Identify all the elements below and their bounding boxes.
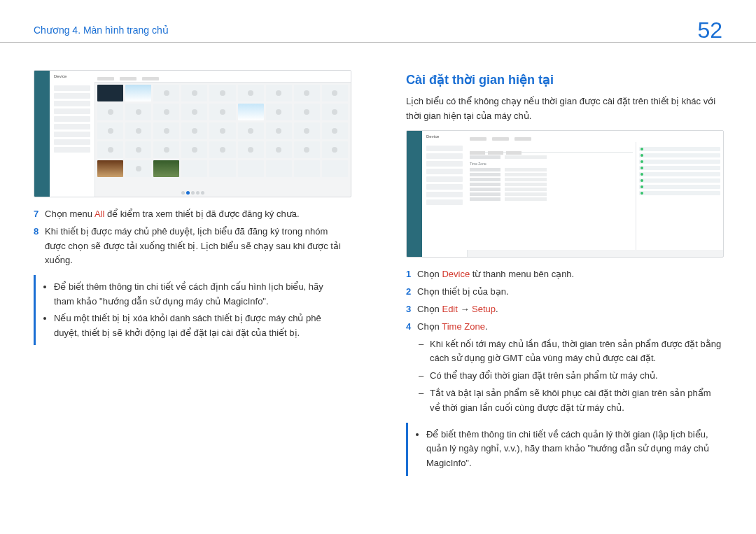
step-text: Khi thiết bị được máy chủ phê duyệt, lịc… bbox=[45, 225, 350, 268]
step-text: Chọn Device từ thanh menu bên cạnh. bbox=[417, 267, 574, 282]
app-toolbar bbox=[467, 131, 723, 143]
step-list-left: 7 Chọn menu All để kiểm tra xem thiết bị… bbox=[34, 207, 350, 268]
app-toolbar bbox=[94, 71, 351, 83]
step-number: 2 bbox=[406, 285, 417, 300]
page-header: Chương 4. Màn hình trang chủ 52 bbox=[34, 13, 722, 48]
header-rule bbox=[0, 42, 756, 43]
dash-item: Có thể thay đổi thời gian đặt trên sản p… bbox=[419, 369, 722, 384]
step-item: 1 Chọn Device từ thanh menu bên cạnh. bbox=[406, 267, 722, 282]
setup-form: Time Zone bbox=[467, 142, 636, 250]
step-item: 3 Chọn Edit → Setup. bbox=[406, 302, 722, 317]
page-number: 52 bbox=[697, 13, 722, 48]
timezone-section-label: Time Zone bbox=[470, 161, 633, 167]
step-item: 4 Chọn Time Zone. bbox=[406, 320, 722, 335]
content-columns: Device bbox=[34, 70, 722, 476]
section-intro: Lịch biểu có thể không chạy nếu thời gia… bbox=[406, 94, 722, 124]
panel-title: Device bbox=[422, 131, 467, 143]
step-number: 4 bbox=[406, 320, 417, 335]
dash-notes: Khi kết nối tới máy chủ lần đầu, thời gi… bbox=[419, 337, 722, 416]
step-number: 8 bbox=[34, 225, 45, 239]
step-list-right: 1 Chọn Device từ thanh menu bên cạnh. 2 … bbox=[406, 267, 722, 334]
step-number: 3 bbox=[406, 302, 417, 317]
step-item: 8 Khi thiết bị được máy chủ phê duyệt, l… bbox=[34, 225, 350, 268]
note-item: Nếu một thiết bị bị xóa khỏi danh sách t… bbox=[54, 311, 342, 341]
app-nav-rail bbox=[407, 131, 422, 257]
dash-item: Tắt và bật lại sản phẩm sẽ khôi phục cài… bbox=[419, 386, 722, 416]
note-item: Để biết thêm thông tin chi tiết về cách … bbox=[426, 428, 714, 471]
app-nav-rail bbox=[34, 71, 50, 197]
device-list-panel bbox=[636, 142, 723, 250]
dash-item: Khi kết nối tới máy chủ lần đầu, thời gi… bbox=[419, 337, 722, 367]
chapter-title: Chương 4. Màn hình trang chủ bbox=[34, 22, 169, 38]
document-page: Chương 4. Màn hình trang chủ 52 Device bbox=[0, 0, 756, 534]
pagination-dots bbox=[34, 191, 351, 195]
step-text: Chọn menu All để kiểm tra xem thiết bị đ… bbox=[45, 207, 300, 222]
step-item: 7 Chọn menu All để kiểm tra xem thiết bị… bbox=[34, 207, 350, 222]
panel-title: Device bbox=[50, 71, 94, 83]
screenshot-device-grid: Device bbox=[34, 70, 351, 197]
section-title: Cài đặt thời gian hiện tại bbox=[406, 70, 722, 90]
step-number: 7 bbox=[34, 207, 45, 222]
step-text: Chọn thiết bị của bạn. bbox=[417, 285, 509, 300]
note-item: Để biết thêm thông tin chi tiết về cách … bbox=[54, 280, 342, 309]
app-left-panel: Device bbox=[50, 71, 95, 197]
app-left-panel: Device bbox=[422, 131, 468, 257]
note-block: Để biết thêm thông tin chi tiết về cách … bbox=[34, 275, 350, 345]
step-number: 1 bbox=[406, 267, 417, 282]
thumbnail-grid bbox=[97, 85, 348, 187]
step-text: Chọn Time Zone. bbox=[417, 320, 488, 335]
screenshot-device-setup: Device Time Zone bbox=[406, 130, 724, 258]
step-item: 2 Chọn thiết bị của bạn. bbox=[406, 285, 722, 300]
left-column: Device bbox=[34, 70, 350, 476]
right-column: Cài đặt thời gian hiện tại Lịch biểu có … bbox=[406, 70, 722, 476]
note-block: Để biết thêm thông tin chi tiết về cách … bbox=[406, 423, 722, 476]
step-text: Chọn Edit → Setup. bbox=[417, 302, 498, 317]
